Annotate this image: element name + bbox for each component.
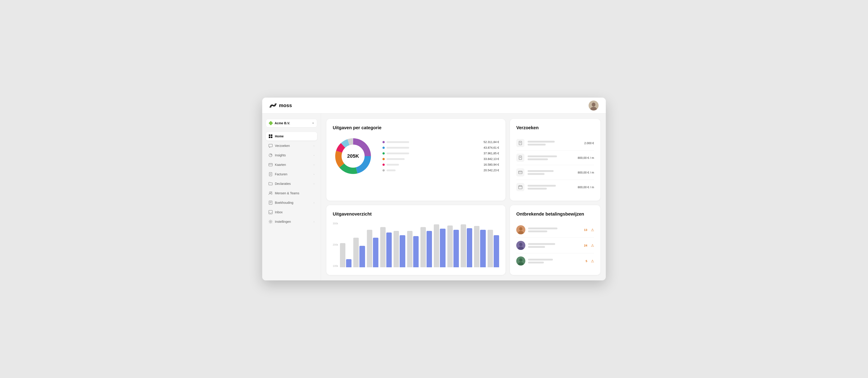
bar-gray-4 [394,231,399,267]
verzoek-document-icon-1 [516,139,524,147]
legend-dot-gray [382,169,385,171]
bewijs-item-3[interactable]: 5 ⚠ [516,253,594,269]
warning-icon-3: ⚠ [591,259,594,263]
sidebar: Acme B.V. ▾ Home [262,114,321,280]
warning-icon-1: ⚠ [591,228,594,232]
verzoek-item-4[interactable]: 800,00 € / m [516,180,594,194]
legend-dot-orange [382,158,385,160]
legend-bar [386,164,399,166]
sidebar-item-boekhouding[interactable]: Boekhouding › [266,198,317,207]
bar-group-3 [380,227,392,267]
sidebar-item-insights[interactable]: Insights › [266,151,317,159]
company-selector[interactable]: Acme B.V. ▾ [266,119,317,127]
category-content: 205K 52.311,84 € [333,136,499,177]
bar-gray-7 [434,224,439,267]
legend-item: 37.961,85 € [382,152,499,155]
verzoek-item-1[interactable]: 2.000 € [516,136,594,151]
legend-bar [386,141,409,143]
bar-group-11 [488,230,499,267]
person-line-bottom [528,230,547,232]
sidebar-item-instellingen[interactable]: Instellingen › [266,217,317,226]
badge-number-3: 5 [583,259,590,263]
declaraties-chevron-icon: › [313,182,314,185]
svg-point-43 [519,227,522,231]
company-diamond-icon [269,121,273,125]
person-line-bottom [528,246,545,248]
message-icon [269,144,273,148]
sidebar-item-home[interactable]: Home [266,132,317,140]
verzoeken-title: Verzoeken [516,125,594,130]
sidebar-item-facturen[interactable]: Facturen › [266,170,317,179]
sidebar-item-kaarten[interactable]: Kaarten › [266,160,317,169]
bar-group-9 [461,224,472,267]
legend-item: 33.842,13 € [382,157,499,161]
bar-blue-7 [440,229,445,267]
donut-chart: 205K [333,136,373,177]
bar-blue-11 [494,235,499,267]
y-axis-labels: 300k 200k 100k [333,222,340,267]
book-icon [269,201,273,205]
verzoek-value-2: 800,00 € / m [578,156,594,159]
bar-group-6 [421,227,432,267]
bewijs-item-2[interactable]: 24 ⚠ [516,238,594,253]
bar-group-10 [474,226,486,267]
sidebar-item-verzoeken[interactable]: Verzoeken › [266,141,317,150]
uitgavenoverzicht-title: Uitgavenoverzicht [333,212,499,217]
logo-icon [270,103,277,108]
logo-text: moss [279,102,292,108]
insights-chevron-icon: › [313,154,314,157]
svg-rect-38 [519,186,522,189]
bewijs-item-1[interactable]: 13 ⚠ [516,222,594,238]
bar-chart-area [340,222,499,267]
legend-item: 43.874,61 € [382,146,499,149]
verzoek-item-3[interactable]: 800,00 € / m [516,165,594,180]
legend-value-2: 43.874,61 € [484,146,499,149]
verzoek-item-2[interactable]: 800,00 € / m [516,151,594,165]
svg-rect-9 [269,163,272,166]
gear-icon [269,220,273,224]
legend-item: 52.311,84 € [382,140,499,144]
legend-bar [386,158,405,160]
sidebar-label-facturen: Facturen [275,172,287,176]
sidebar-item-mensen[interactable]: Mensen & Teams [266,189,317,197]
sidebar-item-declaraties[interactable]: Declaraties › [266,179,317,188]
sidebar-label-boekhouding: Boekhouding [275,201,293,204]
verzoek-value-3: 800,00 € / m [578,171,594,174]
person-line-bottom [528,262,544,263]
legend-dot-pink [382,164,385,166]
sidebar-label-home: Home [275,134,284,138]
verzoek-line-top [528,185,556,187]
verzoek-line-bottom [528,144,546,146]
svg-point-22 [270,221,271,222]
bar-gray-6 [421,227,426,267]
legend-value-1: 52.311,84 € [484,140,499,144]
bar-gray-8 [447,225,453,267]
bar-blue-8 [454,230,459,267]
sidebar-label-instellingen: Instellingen [275,220,291,223]
svg-rect-7 [269,144,272,147]
svg-point-49 [519,258,522,262]
people-icon [269,191,273,195]
person-line-top [528,243,555,245]
bar-chart-wrapper: 300k 200k 100k [333,222,499,267]
betalingsbewijzen-card: Ontbrekende betalingsbewijzen [510,205,600,275]
legend-item: 16.580,94 € [382,163,499,166]
instellingen-chevron-icon: › [313,220,314,223]
main-layout: Acme B.V. ▾ Home [262,114,606,280]
svg-rect-5 [269,136,270,138]
app-window: moss Acme B.V. ▾ [262,98,606,280]
uitgaven-categorie-title: Uitgaven per categorie [333,125,499,130]
legend-value-6: 20.542,23 € [484,168,499,172]
verzoek-line-bottom [528,188,547,190]
folder-icon [269,182,273,186]
verzoek-card-icon [516,168,524,177]
svg-rect-4 [271,134,272,136]
sidebar-item-inbox[interactable]: Inbox [266,208,317,216]
svg-point-1 [592,102,595,107]
grid-icon [269,134,273,138]
sidebar-label-kaarten: Kaarten [275,163,286,166]
y-label-100k: 100k [333,264,338,267]
bar-gray-2 [367,230,372,267]
warning-icon-2: ⚠ [591,243,594,248]
user-avatar[interactable] [589,100,598,111]
